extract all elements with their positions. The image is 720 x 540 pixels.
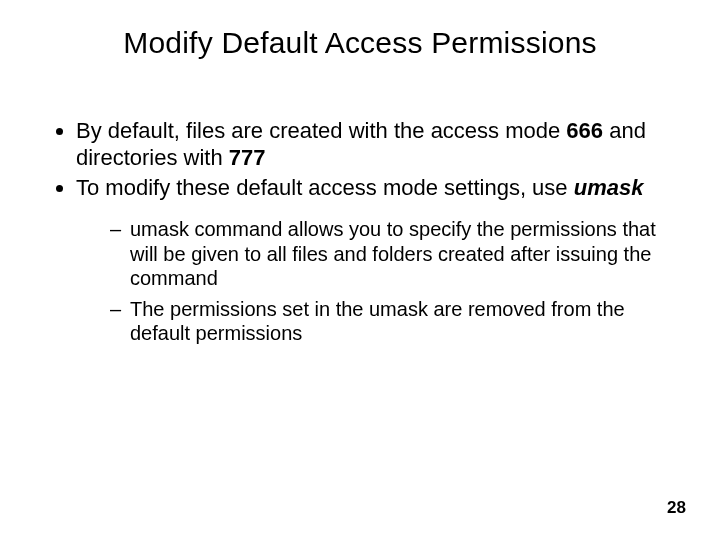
page-number: 28: [667, 498, 686, 518]
list-item: umask command allows you to specify the …: [110, 217, 660, 290]
text: The permissions set in the umask are rem…: [130, 298, 625, 344]
slide: Modify Default Access Permissions By def…: [0, 0, 720, 540]
bullet-list-level1: By default, files are created with the a…: [50, 118, 720, 345]
bullet-list-level2: umask command allows you to specify the …: [110, 217, 660, 345]
mode-value: 666: [566, 118, 603, 143]
text: By default, files are created with the a…: [76, 118, 566, 143]
list-item: By default, files are created with the a…: [76, 118, 660, 172]
list-item: The permissions set in the umask are rem…: [110, 297, 660, 346]
slide-title: Modify Default Access Permissions: [0, 26, 720, 60]
text: To modify these default access mode sett…: [76, 175, 574, 200]
command-name: umask: [574, 175, 644, 200]
mode-value: 777: [229, 145, 266, 170]
text: umask command allows you to specify the …: [130, 218, 656, 289]
list-item: To modify these default access mode sett…: [76, 175, 660, 346]
